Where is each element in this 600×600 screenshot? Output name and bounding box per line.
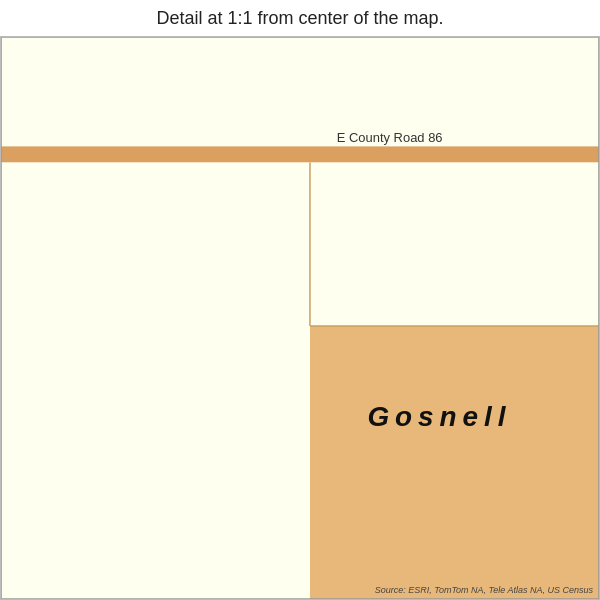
svg-rect-14	[310, 163, 599, 326]
svg-rect-7	[1, 37, 599, 147]
road-label: E County Road 86	[337, 130, 443, 145]
svg-rect-13	[1, 163, 310, 599]
page-title-bar: Detail at 1:1 from center of the map.	[0, 0, 600, 36]
svg-rect-8	[1, 147, 599, 163]
source-label: Source: ESRI, TomTom NA, Tele Atlas NA, …	[375, 585, 593, 595]
map-container: E County Road 86 Gosnell Source: ESRI, T…	[0, 36, 600, 600]
svg-rect-12	[310, 326, 599, 599]
city-label: Gosnell	[367, 401, 511, 432]
map-svg: E County Road 86 Gosnell	[1, 37, 599, 599]
page-title: Detail at 1:1 from center of the map.	[156, 8, 443, 29]
